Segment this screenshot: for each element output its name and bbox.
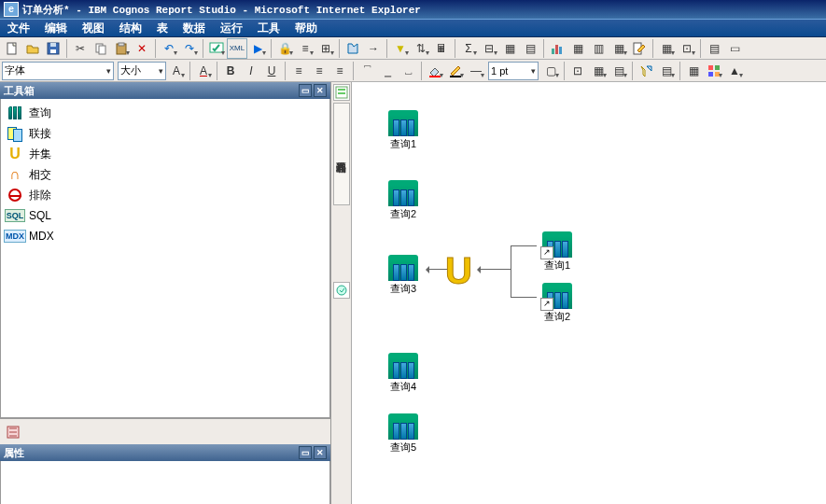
redo-button[interactable]: ↷▾ (179, 38, 200, 59)
style-ref-button[interactable]: ▤▾ (656, 61, 677, 81)
query-node-q3[interactable]: 查询3 (385, 255, 422, 296)
valign-top-button[interactable]: ⎴ (357, 61, 377, 81)
connector (511, 245, 511, 297)
query-node-r2[interactable]: 查询2 (539, 283, 576, 324)
svg-rect-3 (50, 43, 56, 47)
pivot-button[interactable]: ▦ (499, 38, 520, 59)
fill-color-button[interactable]: ▾ (425, 61, 445, 81)
toolbox-label: SQL (29, 209, 51, 222)
toolbox-item-query[interactable]: 查询 (5, 103, 326, 123)
apply-style-button[interactable] (636, 61, 656, 81)
query-explorer-tab[interactable]: 查询环端品和器 (333, 103, 350, 205)
filter-button[interactable]: ▼▾ (390, 38, 411, 59)
lock-button[interactable]: 🔒▾ (274, 38, 295, 59)
padding-button[interactable]: ⊡ (567, 61, 588, 81)
union-node[interactable]: U (445, 250, 472, 292)
bold-button[interactable]: B (220, 61, 241, 81)
query-node-q2[interactable]: 查询2 (385, 180, 422, 221)
query-node-q5[interactable]: 查询5 (385, 413, 422, 455)
section-button[interactable]: ▤ (520, 38, 540, 59)
paste-button[interactable]: ▾ (111, 38, 132, 59)
align-right-button[interactable]: ≡ (329, 61, 350, 81)
italic-button[interactable]: I (241, 61, 261, 81)
arrow-right-icon[interactable]: → (363, 38, 384, 59)
line-style-button[interactable]: —▾ (466, 61, 486, 81)
insertable-objects-button[interactable] (4, 423, 22, 441)
edit-button[interactable] (629, 38, 650, 59)
style-dd-button[interactable]: ▤▾ (609, 61, 629, 81)
align-left-button[interactable]: ≡ (288, 61, 309, 81)
format-button[interactable]: ▦▾ (588, 61, 609, 81)
svg-point-23 (337, 286, 346, 295)
query-label: 查询1 (385, 137, 422, 151)
toolbox-minimize-button[interactable] (299, 84, 312, 97)
layers-button[interactable]: ▭ (724, 38, 745, 59)
new-button[interactable] (2, 38, 22, 59)
undo-button[interactable]: ↶▾ (159, 38, 179, 59)
toolbox-item-except[interactable]: 排除 (5, 185, 326, 205)
line-width-combo[interactable]: 1 pt▾ (488, 62, 539, 80)
cut-button[interactable]: ✂ (70, 38, 91, 59)
run-button[interactable]: ▶▾ (247, 38, 268, 59)
query-icon (388, 255, 418, 281)
toolbox-item-mdx[interactable]: MDX MDX (5, 226, 326, 246)
query-node-q1[interactable]: 查询1 (385, 110, 422, 151)
menu-edit[interactable]: 编辑 (37, 19, 75, 38)
query-icon (388, 413, 418, 440)
font-size-combo[interactable]: 大小▾ (118, 62, 166, 80)
menu-table[interactable]: 表 (149, 19, 175, 38)
save-button[interactable] (43, 38, 63, 59)
toolbox-item-sql[interactable]: SQL SQL (5, 205, 326, 226)
line-color-button[interactable]: ▾ (445, 61, 466, 81)
summarize-button[interactable]: Σ▾ (458, 38, 479, 59)
list-insert-button[interactable]: ▥ (588, 38, 609, 59)
cond-button[interactable]: ⊡▾ (677, 38, 697, 59)
border-button[interactable]: ▢▾ (540, 61, 561, 81)
headers-button[interactable]: ≡▾ (295, 38, 315, 59)
xml-button[interactable]: XML (227, 38, 247, 59)
group-button[interactable]: ⊟▾ (479, 38, 499, 59)
toolbox-item-intersect[interactable]: ∩ 相交 (5, 164, 326, 185)
cond-style-button[interactable]: ▤ (704, 38, 724, 59)
underline-button[interactable]: U (261, 61, 282, 81)
chart-button[interactable] (547, 38, 567, 59)
query-node-q4[interactable]: 查询4 (385, 353, 422, 394)
copy-button[interactable] (91, 38, 111, 59)
properties-minimize-button[interactable] (299, 446, 312, 459)
properties-close-button[interactable] (314, 446, 327, 459)
menu-run[interactable]: 运行 (213, 19, 250, 38)
font-family-combo[interactable]: 字体▾ (2, 62, 114, 80)
validate-button[interactable]: ▾ (206, 38, 227, 59)
build-button[interactable] (343, 38, 363, 59)
crosstab-insert-button[interactable]: ▦▾ (609, 38, 629, 59)
menu-tools[interactable]: 工具 (250, 19, 287, 38)
align-center-button[interactable]: ≡ (309, 61, 329, 81)
menu-help[interactable]: 帮助 (287, 19, 325, 38)
var-style-button[interactable]: ▾ (704, 61, 724, 81)
toolbox-item-union[interactable]: U 并集 (5, 144, 326, 164)
toolbox-item-join[interactable]: 联接 (5, 123, 326, 144)
table-insert-button[interactable]: ▦ (567, 38, 588, 59)
template-button[interactable]: ▦▾ (656, 38, 677, 59)
condition-explorer-tab[interactable] (333, 282, 350, 299)
query-canvas[interactable]: 查询1 查询2 查询3 查询4 查询5 查询1 查询2 U (352, 82, 826, 504)
delete-button[interactable]: ✕ (132, 38, 152, 59)
page-explorer-tab[interactable] (333, 84, 350, 101)
menu-view[interactable]: 视图 (75, 19, 112, 38)
open-button[interactable] (22, 38, 43, 59)
toolbox-header: 工具箱 (0, 82, 330, 99)
menu-file[interactable]: 文件 (0, 19, 37, 38)
parent-button[interactable]: ▲▾ (724, 61, 745, 81)
toolbox-close-button[interactable] (314, 84, 327, 97)
aids-button[interactable]: ⊞▾ (315, 38, 336, 59)
font-color-button[interactable]: A▾ (193, 61, 214, 81)
valign-bottom-button[interactable]: ⎵ (398, 61, 418, 81)
font-size-up-button[interactable]: A▾ (166, 61, 187, 81)
calc-button[interactable]: 🖩 (431, 38, 452, 59)
cond-style2-button[interactable]: ▦ (683, 61, 704, 81)
menu-structure[interactable]: 结构 (112, 19, 149, 38)
query-node-r1[interactable]: 查询1 (539, 231, 576, 273)
menu-data[interactable]: 数据 (175, 19, 213, 38)
sort-button[interactable]: ⇅▾ (411, 38, 431, 59)
valign-middle-button[interactable]: ⎯ (377, 61, 398, 81)
